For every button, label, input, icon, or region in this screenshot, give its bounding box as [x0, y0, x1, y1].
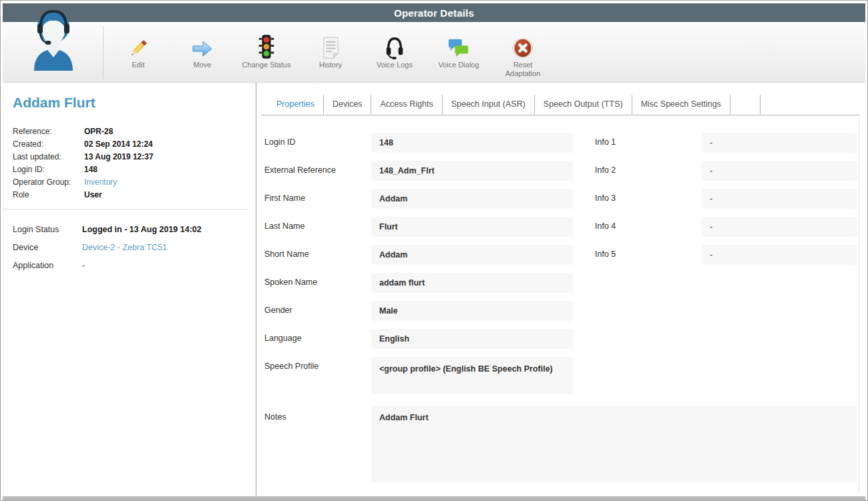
detail-row-role: Role User — [13, 189, 256, 201]
session-row-application: Application - — [13, 257, 256, 275]
history-button[interactable]: History — [298, 29, 363, 78]
info-4-field-label: Info 4 — [595, 221, 616, 231]
tab-misc-speech-settings[interactable]: Misc Speech Settings — [632, 95, 730, 114]
last-updated-value: 13 Aug 2019 12:37 — [84, 151, 154, 163]
operator-details-window: Operator Details — [0, 0, 868, 501]
login-id-value: 148 — [84, 163, 97, 176]
operator-group-label: Operator Group: — [13, 176, 84, 189]
toolbar-buttons: Edit Move — [106, 29, 555, 78]
login-id-field-label: Login ID — [264, 137, 296, 147]
info-1-field[interactable]: - — [702, 133, 857, 153]
gender-field-label: Gender — [264, 306, 292, 315]
operator-avatar-icon — [27, 6, 80, 73]
info-4-field[interactable]: - — [702, 217, 857, 237]
application-value: - — [82, 257, 85, 275]
info-5-field-label: Info 5 — [595, 249, 616, 259]
login-id-field[interactable]: 148 — [371, 133, 573, 153]
tab-access-rights[interactable]: Access Rights — [371, 95, 442, 114]
voice-dialog-button-label: Voice Dialog — [438, 61, 479, 69]
move-button-label: Move — [194, 61, 212, 69]
detail-row-created: Created: 02 Sep 2014 12:24 — [13, 138, 256, 151]
language-field[interactable]: English — [371, 329, 573, 349]
created-value: 02 Sep 2014 12:24 — [84, 138, 153, 151]
headphones-icon — [383, 29, 406, 59]
external-reference-field[interactable]: 148_Adm_Flrt — [371, 161, 573, 181]
speech-profile-field[interactable]: <group profile> (English BE Speech Profi… — [371, 357, 573, 394]
notes-field[interactable]: Addam Flurt — [371, 406, 857, 482]
role-label: Role — [13, 189, 84, 201]
tab-bar-underline — [261, 115, 860, 115]
info-2-field[interactable]: - — [702, 161, 857, 181]
reset-x-icon — [511, 29, 534, 59]
tab-devices[interactable]: Devices — [324, 95, 371, 114]
info-5-field[interactable]: - — [702, 245, 857, 265]
session-info-list: Login Status Logged in - 13 Aug 2019 14:… — [13, 221, 256, 275]
edit-button[interactable]: Edit — [106, 29, 170, 78]
pencil-icon — [128, 29, 149, 59]
chat-bubbles-icon — [447, 29, 470, 59]
gender-field[interactable]: Male — [371, 301, 573, 321]
change-status-button-label: Change Status — [242, 61, 291, 69]
external-reference-field-label: External Reference — [264, 165, 336, 175]
language-field-label: Language — [264, 334, 302, 343]
history-document-icon — [320, 29, 342, 59]
summary-section-divider — [3, 209, 248, 209]
short-name-field[interactable]: Addam — [371, 245, 573, 265]
toolbar: Edit Move — [3, 22, 865, 83]
toolbar-separator — [103, 27, 103, 79]
operator-details-list: Reference: OPR-28 Created: 02 Sep 2014 1… — [13, 125, 256, 201]
created-label: Created: — [13, 138, 84, 151]
detail-row-operator-group: Operator Group: Inventory — [13, 176, 256, 189]
login-status-value: Logged in - 13 Aug 2019 14:02 — [82, 221, 202, 239]
detail-row-last-updated: Last updated: 13 Aug 2019 12:37 — [13, 151, 256, 163]
operator-group-link[interactable]: Inventory — [84, 176, 117, 189]
bottom-scrollbar[interactable] — [3, 496, 865, 500]
tab-bar: Properties Devices Access Rights Speech … — [268, 95, 761, 114]
scrollbar-track[interactable] — [859, 117, 859, 493]
login-status-label: Login Status — [13, 221, 82, 239]
last-name-field-label: Last Name — [264, 221, 304, 231]
reference-value: OPR-28 — [84, 125, 113, 138]
edit-button-label: Edit — [132, 61, 145, 69]
tab-speech-output-tts[interactable]: Speech Output (TTS) — [535, 95, 632, 114]
voice-dialog-button[interactable]: Voice Dialog — [427, 29, 491, 78]
login-id-label: Login ID: — [13, 163, 84, 176]
move-arrow-icon — [191, 29, 214, 59]
first-name-field[interactable]: Addam — [371, 189, 573, 209]
voice-logs-button[interactable]: Voice Logs — [363, 29, 427, 78]
application-label: Application — [13, 257, 82, 275]
role-value: User — [84, 189, 102, 201]
spoken-name-field-label: Spoken Name — [264, 278, 317, 287]
reset-adaptation-button[interactable]: Reset Adaptation — [491, 29, 555, 78]
window-title: Operator Details — [394, 7, 474, 19]
detail-row-login-id: Login ID: 148 — [13, 163, 256, 176]
detail-row-reference: Reference: OPR-28 — [13, 125, 256, 138]
tab-spacer — [730, 95, 761, 114]
last-updated-label: Last updated: — [13, 151, 84, 163]
change-status-button[interactable]: Change Status — [234, 29, 298, 78]
voice-logs-button-label: Voice Logs — [377, 61, 413, 69]
spoken-name-field[interactable]: addam flurt — [371, 273, 573, 293]
history-button-label: History — [319, 61, 342, 69]
info-3-field-label: Info 3 — [595, 193, 616, 203]
device-link[interactable]: Device-2 - Zebra TC51 — [82, 239, 167, 257]
tab-speech-input-asr[interactable]: Speech Input (ASR) — [443, 95, 535, 114]
tab-properties[interactable]: Properties — [268, 95, 324, 114]
reference-label: Reference: — [13, 125, 84, 138]
info-2-field-label: Info 2 — [595, 165, 616, 175]
first-name-field-label: First Name — [264, 193, 305, 203]
info-3-field[interactable]: - — [702, 189, 857, 209]
short-name-field-label: Short Name — [264, 249, 309, 259]
window-title-bar: Operator Details — [3, 3, 865, 22]
session-row-login-status: Login Status Logged in - 13 Aug 2019 14:… — [13, 221, 256, 239]
info-1-field-label: Info 1 — [595, 137, 616, 147]
speech-profile-field-label: Speech Profile — [264, 362, 318, 371]
move-button[interactable]: Move — [170, 29, 234, 78]
last-name-field[interactable]: Flurt — [371, 217, 573, 237]
properties-panel: Properties Devices Access Rights Speech … — [256, 83, 865, 496]
notes-field-label: Notes — [264, 412, 286, 422]
operator-name-heading: Addam Flurt — [13, 95, 256, 111]
traffic-light-icon — [256, 29, 276, 59]
operator-summary-panel: Addam Flurt Reference: OPR-28 Created: 0… — [3, 83, 256, 496]
reset-adaptation-button-label: Reset Adaptation — [501, 61, 544, 78]
